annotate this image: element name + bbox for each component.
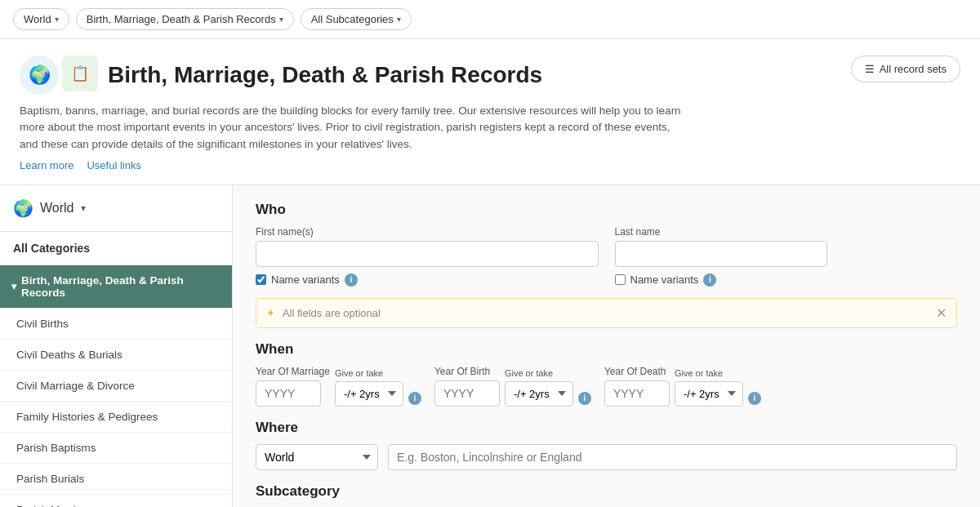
- subcategory-title: Subcategory: [256, 483, 957, 500]
- all-record-sets-button[interactable]: ☰ All record sets: [851, 56, 960, 82]
- last-name-variants-checkbox-row: Name variants i: [615, 274, 958, 287]
- sidebar-item-family-histories[interactable]: Family Histories & Pedigrees: [0, 402, 232, 433]
- sidebar-family-histories-label: Family Histories & Pedigrees: [16, 411, 158, 423]
- sidebar-item-parish-baptisms[interactable]: Parish Baptisms: [0, 433, 232, 464]
- who-title: Who: [256, 202, 957, 218]
- year-marriage-info-icon[interactable]: i: [408, 392, 421, 405]
- name-fields: First name(s) Last name: [256, 226, 957, 267]
- year-fields: Year Of Marriage Give or take -/+ 2yrs -…: [256, 366, 957, 407]
- give-take-birth-select[interactable]: -/+ 2yrs -/+ 1yr -/+ 5yrs Exact: [505, 381, 573, 407]
- category-nav-pill[interactable]: Birth, Marriage, Death & Parish Records …: [76, 8, 294, 30]
- sidebar-item-parish-marriages[interactable]: Parish Marriages: [0, 495, 232, 507]
- sidebar-parish-burials-label: Parish Burials: [16, 473, 84, 485]
- world-nav-label: World: [24, 13, 51, 25]
- where-country-select[interactable]: World: [256, 444, 378, 470]
- year-marriage-label: Year Of Marriage: [256, 366, 330, 377]
- sidebar-item-civil-marriage[interactable]: Civil Marriage & Divorce: [0, 371, 232, 402]
- header-icons: 🌍 📋: [20, 56, 98, 95]
- header-section: 🌍 📋 Birth, Marriage, Death & Parish Reco…: [0, 39, 980, 185]
- name-variants-row: Name variants i Name variants i: [256, 274, 957, 287]
- subcategory-nav-arrow: ▾: [397, 15, 401, 24]
- where-fields: World: [256, 444, 957, 470]
- optional-banner: ✦ All fields are optional ✕: [256, 298, 957, 328]
- sidebar-parish-baptisms-label: Parish Baptisms: [16, 442, 96, 454]
- where-section: Where World: [256, 420, 957, 470]
- give-take-birth-wrap: Give or take -/+ 2yrs -/+ 1yr -/+ 5yrs E…: [505, 368, 573, 407]
- optional-banner-close[interactable]: ✕: [936, 305, 947, 321]
- top-nav: World ▾ Birth, Marriage, Death & Parish …: [0, 0, 980, 39]
- world-nav-pill[interactable]: World ▾: [13, 8, 69, 30]
- header-left: 🌍 📋 Birth, Marriage, Death & Parish Reco…: [20, 56, 851, 171]
- sidebar-world-label: World: [40, 201, 74, 216]
- last-name-label: Last name: [615, 226, 958, 238]
- year-marriage-group: Year Of Marriage Give or take -/+ 2yrs -…: [256, 366, 421, 407]
- sidebar-civil-deaths-label: Civil Deaths & Burials: [16, 349, 122, 361]
- give-take-death-select[interactable]: -/+ 2yrs -/+ 1yr -/+ 5yrs Exact: [675, 381, 743, 407]
- last-name-field: Last name: [615, 226, 958, 267]
- header-description: Baptism, banns, marriage, and burial rec…: [20, 103, 689, 153]
- first-name-input[interactable]: [256, 241, 599, 267]
- globe-icon: 🌍: [20, 56, 59, 95]
- year-birth-input[interactable]: [434, 380, 500, 407]
- year-birth-wrap: Year Of Birth: [434, 366, 500, 407]
- give-take-marriage-select[interactable]: -/+ 2yrs -/+ 1yr -/+ 5yrs Exact: [335, 381, 403, 407]
- first-name-variants-checkbox[interactable]: [256, 274, 266, 285]
- sidebar-world[interactable]: 🌍 World ▾: [0, 185, 232, 232]
- header-title-row: 🌍 📋 Birth, Marriage, Death & Parish Reco…: [20, 56, 851, 95]
- category-nav-label: Birth, Marriage, Death & Parish Records: [87, 13, 276, 25]
- page-title: Birth, Marriage, Death & Parish Records: [108, 62, 542, 88]
- give-take-death-label: Give or take: [675, 368, 743, 378]
- list-icon: ☰: [865, 63, 875, 75]
- give-take-marriage-wrap: Give or take -/+ 2yrs -/+ 1yr -/+ 5yrs E…: [335, 368, 403, 407]
- sidebar-civil-marriage-label: Civil Marriage & Divorce: [16, 380, 135, 392]
- year-death-label: Year Of Death: [604, 366, 670, 377]
- sidebar-item-civil-deaths[interactable]: Civil Deaths & Burials: [0, 340, 232, 371]
- sidebar-active-chevron: ▾: [11, 281, 16, 292]
- sidebar-parish-marriages-label: Parish Marriages: [16, 504, 100, 507]
- year-birth-label: Year Of Birth: [434, 366, 500, 377]
- last-name-input[interactable]: [615, 241, 827, 267]
- sidebar-world-arrow: ▾: [81, 202, 86, 214]
- give-take-marriage-label: Give or take: [335, 368, 403, 378]
- when-title: When: [256, 341, 957, 358]
- main-content: 🌍 World ▾ All Categories ▾ Birth, Marria…: [0, 185, 980, 507]
- sidebar-item-birth-marriage[interactable]: ▾ Birth, Marriage, Death & Parish Record…: [0, 265, 232, 309]
- first-name-variants-info-icon[interactable]: i: [345, 274, 358, 287]
- optional-banner-text: ✦ All fields are optional: [266, 307, 381, 319]
- give-take-death-wrap: Give or take -/+ 2yrs -/+ 1yr -/+ 5yrs E…: [675, 368, 743, 407]
- first-name-variants-label: Name variants: [271, 274, 340, 286]
- sidebar-globe-icon: 🌍: [13, 198, 33, 218]
- year-birth-group: Year Of Birth Give or take -/+ 2yrs -/+ …: [434, 366, 591, 407]
- year-marriage-wrap: Year Of Marriage: [256, 366, 330, 407]
- sidebar-item-parish-burials[interactable]: Parish Burials: [0, 464, 232, 495]
- sidebar: 🌍 World ▾ All Categories ▾ Birth, Marria…: [0, 185, 233, 507]
- subcategory-nav-pill[interactable]: All Subcategories ▾: [301, 8, 412, 30]
- who-section: Who First name(s) Last name Name variant…: [256, 202, 957, 287]
- year-marriage-input[interactable]: [256, 380, 321, 407]
- first-name-variants-checkbox-row: Name variants i: [256, 274, 599, 287]
- year-birth-info-icon[interactable]: i: [578, 392, 591, 405]
- star-icon: ✦: [266, 307, 275, 319]
- sidebar-item-civil-births[interactable]: Civil Births: [0, 309, 232, 340]
- year-death-wrap: Year Of Death: [604, 366, 670, 407]
- sidebar-all-categories[interactable]: All Categories: [0, 232, 232, 265]
- first-name-label: First name(s): [256, 226, 599, 238]
- first-name-field: First name(s): [256, 226, 599, 267]
- learn-more-link[interactable]: Learn more: [20, 159, 74, 171]
- year-death-group: Year Of Death Give or take -/+ 2yrs -/+ …: [604, 366, 761, 407]
- where-location-input[interactable]: [388, 444, 957, 470]
- last-name-variants-checkbox[interactable]: [615, 274, 626, 285]
- world-nav-arrow: ▾: [55, 15, 59, 24]
- subcategory-nav-label: All Subcategories: [311, 13, 394, 25]
- where-title: Where: [256, 420, 957, 436]
- useful-links-link[interactable]: Useful links: [87, 159, 140, 171]
- last-name-variants-info-icon[interactable]: i: [703, 274, 716, 287]
- sidebar-active-label: Birth, Marriage, Death & Parish Records: [21, 274, 219, 299]
- sidebar-civil-births-label: Civil Births: [16, 318, 69, 330]
- all-records-label: All record sets: [880, 63, 947, 75]
- category-nav-arrow: ▾: [279, 15, 283, 24]
- give-take-birth-label: Give or take: [505, 368, 573, 378]
- year-death-input[interactable]: [604, 380, 670, 407]
- subcategory-section: Subcategory Browse Subcategory: [256, 483, 957, 507]
- year-death-info-icon[interactable]: i: [748, 392, 761, 405]
